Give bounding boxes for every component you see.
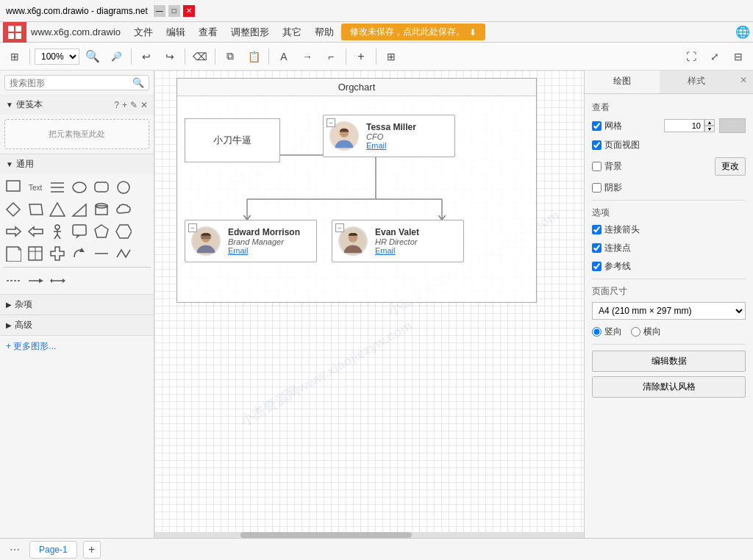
reset-style-button[interactable]: 清除默认风格 [592,376,746,398]
waypoint-button[interactable]: ⌐ [321,46,341,67]
shape-rect[interactable] [3,177,24,198]
add-icon[interactable]: + [122,100,127,110]
add-page-button[interactable]: + [83,541,101,559]
shape-ellipse[interactable] [69,177,90,198]
shape-arrow-left[interactable] [25,221,46,242]
menu-view[interactable]: 查看 [193,23,224,42]
insert-button[interactable]: + [351,46,371,67]
h-scrollbar-thumb[interactable] [240,532,413,538]
general-header[interactable]: ▼ 通用 [0,154,154,174]
shape-cloud[interactable] [113,199,134,220]
scratchpad-header[interactable]: ▼ 便笺本 ? + ✎ ✕ [0,95,154,115]
shape-cross[interactable] [47,243,68,264]
paste-button[interactable]: 📋 [243,46,264,67]
background-checkbox[interactable] [592,162,602,171]
evan-email[interactable]: Email [375,246,457,255]
shape-cylinder[interactable] [91,199,112,220]
menu-other[interactable]: 其它 [276,23,307,42]
shape-text[interactable]: Text [25,177,46,198]
close-icon[interactable]: ✕ [140,100,148,110]
zoom-in-button[interactable]: 🔍 [82,46,103,67]
shape-curved-arrow[interactable] [69,243,90,264]
grid-checkbox[interactable] [592,121,602,131]
shape-person[interactable] [47,221,68,242]
right-panel-close[interactable]: ✕ [734,71,753,93]
grid-spin-down[interactable]: ▼ [704,126,715,132]
shape-callout[interactable] [69,221,90,242]
shape-hexagon[interactable] [113,221,134,242]
search-input[interactable] [10,78,132,88]
zoom-select[interactable]: 100%75%50%150% [35,49,79,65]
shape-lines[interactable] [47,177,68,198]
edit-data-button[interactable]: 编辑数据 [592,351,746,372]
menu-help[interactable]: 帮助 [309,23,340,42]
h-scrollbar[interactable] [154,532,584,538]
status-dots-button[interactable]: ⋯ [6,541,24,559]
line-button[interactable]: → [297,46,318,67]
shape-note[interactable] [3,243,24,264]
evan-box[interactable]: − [332,220,464,262]
tessa-collapse[interactable]: − [326,118,335,127]
collapse-panel-button[interactable]: ⊟ [728,46,749,67]
shape-triangle[interactable] [47,199,68,220]
globe-icon[interactable]: 🌐 [735,25,750,39]
table-button[interactable]: ⊞ [381,46,402,67]
menu-adjust[interactable]: 调整图形 [225,23,275,42]
grid-color[interactable] [719,118,746,133]
shape-right-triangle[interactable] [69,199,90,220]
advanced-section[interactable]: ▶ 高级 [0,315,154,336]
grid-spin-up[interactable]: ▲ [704,119,715,126]
menu-edit[interactable]: 编辑 [160,23,191,42]
portrait-radio[interactable] [592,327,602,337]
change-bg-button[interactable]: 更改 [715,157,746,176]
zoom-out-button[interactable]: 🔎 [106,46,126,67]
copy-button[interactable]: ⧉ [220,46,240,67]
expand-button[interactable]: ⤢ [704,46,725,67]
font-button[interactable]: A [274,46,294,67]
connect-points-checkbox[interactable] [592,243,602,253]
help-icon[interactable]: ? [114,100,119,110]
undo-button[interactable]: ↩ [136,46,157,67]
plain-node[interactable]: 小刀牛逼 [185,118,280,162]
portrait-label[interactable]: 竖向 [592,326,622,338]
menu-file[interactable]: 文件 [128,23,159,42]
misc-section[interactable]: ▶ 杂项 [0,295,154,315]
shape-circle[interactable] [113,177,134,198]
canvas-area[interactable]: 小杰资源网www.xiaojiezyw.com 小杰资源网www.xiaojie… [154,71,584,538]
shape-diamond[interactable] [3,199,24,220]
shape-arrow-line[interactable] [25,270,46,291]
delete-button[interactable]: ⌫ [190,46,210,67]
maximize-button[interactable]: □ [168,5,180,17]
tab-draw[interactable]: 绘图 [585,71,660,93]
evan-collapse[interactable]: − [335,223,344,232]
shape-double-arrow[interactable] [47,270,68,291]
shape-pentagon[interactable] [91,221,112,242]
minimize-button[interactable]: — [154,5,165,17]
page-size-select[interactable]: A4 (210 mm × 297 mm) [592,302,746,320]
page-view-checkbox[interactable] [592,140,602,150]
shape-parallelogram[interactable] [25,199,46,220]
shadow-checkbox[interactable] [592,183,602,193]
more-shapes-button[interactable]: + 更多图形... [0,336,154,357]
shape-line[interactable] [91,243,112,264]
redo-button[interactable]: ↪ [160,46,180,67]
shape-rounded-rect[interactable] [91,177,112,198]
landscape-radio[interactable] [631,327,640,337]
edward-collapse[interactable]: − [188,223,197,232]
shape-dash-line[interactable] [3,270,24,291]
shape-zigzag[interactable] [113,243,134,264]
tessa-email[interactable]: Email [366,141,449,150]
grid-value-input[interactable] [664,119,704,132]
tessa-box[interactable]: − [323,115,455,157]
save-notice[interactable]: 修改未保存，点此此处保存。 ⬇ [341,24,485,40]
connect-arrows-checkbox[interactable] [592,225,602,234]
edward-box[interactable]: − [185,220,317,262]
edit-icon[interactable]: ✎ [130,100,138,110]
close-button[interactable]: ✕ [183,5,195,17]
edward-email[interactable]: Email [228,246,310,255]
shape-table[interactable] [25,243,46,264]
tab-style[interactable]: 样式 [660,71,735,93]
landscape-label[interactable]: 横向 [631,326,661,338]
fullscreen-button[interactable]: ⛶ [681,46,702,67]
shape-arrow-right[interactable] [3,221,24,242]
